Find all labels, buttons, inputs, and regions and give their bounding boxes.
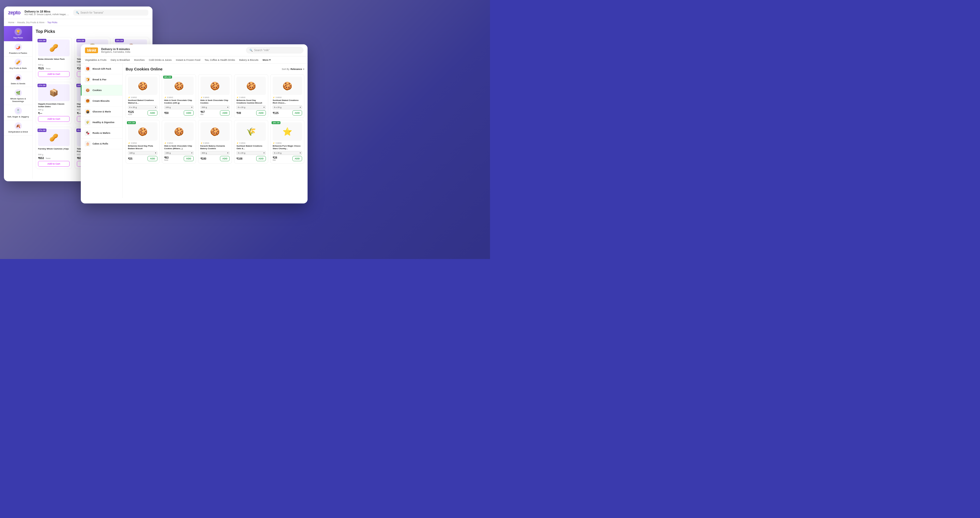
- blinkit-sidebar-bread[interactable]: 🍞 Bread & Pav: [81, 74, 122, 85]
- blinkit-price-row: ₹28 ₹30 ADD: [273, 156, 302, 161]
- cookies-icon: 🍪: [85, 88, 91, 93]
- blinkit-sidebar-gift-pack[interactable]: 🎁 Biscuit Gift Pack: [81, 64, 122, 74]
- salt-icon: 🧂: [14, 107, 22, 115]
- sort-by-value: Relevance: [290, 68, 302, 70]
- blinkit-discount-badge: 18% Off: [272, 121, 280, 124]
- blinkit-weight-select[interactable]: 150 g ▾: [164, 151, 194, 155]
- blinkit-add-button[interactable]: ADD: [220, 110, 230, 116]
- blinkit-price: ₹49: [236, 112, 241, 115]
- blinkit-main-content: Buy Cookies Online Sort By Relevance ▾ 🍪…: [123, 64, 307, 198]
- sort-by-control[interactable]: Sort By Relevance ▾: [282, 68, 304, 70]
- blinkit-product-card: 🍪 ⚡ 9 MINS Hide & Seek Chocolate Chip Co…: [198, 74, 232, 118]
- blinkit-add-button[interactable]: ADD: [256, 110, 266, 116]
- blinkit-search-bar[interactable]: 🔍 Search "milk": [246, 47, 303, 53]
- blinkit-product-image: 🍪: [128, 122, 158, 140]
- sidebar-item-dehydrated[interactable]: 🍂 Dehydrated & Dried: [4, 120, 32, 135]
- blinkit-weight-select[interactable]: 6 x 20 g ▾: [273, 105, 302, 109]
- blinkit-product-name: Britannia Good Day Pista Badam Biscuit: [128, 145, 158, 150]
- blinkit-add-button[interactable]: ADD: [184, 110, 194, 116]
- blinkit-add-button[interactable]: ADD: [184, 156, 194, 161]
- sidebar-item-salt[interactable]: 🧂 Salt, Sugar & Jaggery: [4, 105, 32, 121]
- chevron-down-icon: ▾: [227, 152, 228, 154]
- weight-value: 150 g: [165, 152, 171, 154]
- blinkit-discount-badge: 38% Off: [163, 76, 172, 78]
- sidebar-item-spices[interactable]: 🌿 Whole Spices & Seasonings: [4, 87, 32, 105]
- blinkit-add-button[interactable]: ADD: [220, 156, 230, 161]
- blinkit-weight-select[interactable]: 200 g ▾: [200, 105, 230, 109]
- blinkit-header: blinkit Delivery in 9 minutes Bengaluru,…: [81, 45, 307, 56]
- weight-value: 6 x 20 g: [129, 106, 137, 108]
- blinkit-weight-select[interactable]: 100 g ▾: [164, 105, 194, 109]
- blinkit-weight-select[interactable]: 6 x 20 g ▾: [236, 105, 266, 109]
- sidebar-item-dates[interactable]: 🌰 Dates & Seeds: [4, 72, 32, 88]
- sidebar-item-top-picks[interactable]: 🏆 Top Picks: [4, 26, 32, 41]
- blinkit-add-button[interactable]: ADD: [148, 110, 158, 116]
- zepto-address: KG Hall, D' Souza Layout, Ashok Nagar, .…: [24, 13, 69, 16]
- nav-munchies[interactable]: Munchies: [134, 58, 145, 62]
- breadcrumb-category[interactable]: Masala, Dry Fruits & More: [17, 21, 45, 24]
- blinkit-sidebar-cream-biscuits[interactable]: 🥮 Cream Biscuits: [81, 96, 122, 107]
- add-to-cart-button[interactable]: Add to Cart: [38, 116, 70, 122]
- nav-bakery[interactable]: Bakery & Biscuits: [239, 58, 259, 62]
- top-picks-icon: 🏆: [14, 28, 22, 35]
- breadcrumb-sep-2: ›: [46, 21, 46, 24]
- nav-tea[interactable]: Tea, Coffee & Health Drinks: [205, 58, 235, 62]
- discount-badge: 21% Off: [38, 39, 46, 42]
- blinkit-product-image: 🍪: [128, 77, 158, 95]
- sidebar-item-powders[interactable]: 🌶️ Powders & Pastes: [4, 41, 32, 57]
- blinkit-add-button[interactable]: ADD: [293, 110, 302, 116]
- blinkit-sidebar-healthy[interactable]: 🌾 Healthy & Digestive: [81, 117, 122, 128]
- blinkit-weight-select[interactable]: 6 x 20 g ▾: [236, 151, 266, 155]
- discount-badge: 27% Off: [38, 84, 46, 87]
- zepto-search-bar[interactable]: 🔍 Search for "banana": [73, 10, 148, 16]
- add-to-cart-button[interactable]: Add to Cart: [38, 71, 70, 77]
- blinkit-nav: Vegetables & Fruits Dairy & Breakfast Mu…: [81, 56, 307, 64]
- blinkit-product-image: 🍪: [273, 77, 302, 95]
- add-to-cart-button[interactable]: Add to Cart: [38, 161, 70, 167]
- zepto-delivery-title: Delivery in 18 Mins: [24, 10, 69, 13]
- blinkit-add-button[interactable]: ADD: [293, 156, 302, 161]
- blinkit-price: ₹47: [200, 111, 205, 113]
- blinkit-weight-select[interactable]: 100 g ▾: [128, 151, 158, 155]
- sidebar-item-dry-fruits[interactable]: 🥜 Dry Fruits & Nuts: [4, 57, 32, 72]
- chevron-down-icon: ▾: [300, 152, 301, 154]
- blinkit-sidebar-rusks[interactable]: 🍫 Rusks & Wafers: [81, 128, 122, 139]
- blinkit-product-card: 🌾 ⚡ 9 MINS Sunfeast Baked Creations Oats…: [234, 120, 268, 164]
- blinkit-sidebar-cookies[interactable]: 🍪 Cookies: [81, 85, 122, 96]
- blinkit-product-image: 🍪: [200, 77, 230, 95]
- nav-dairy[interactable]: Dairy & Breakfast: [110, 58, 130, 62]
- zepto-product-card: 27% Off 🥜 Farmley Whole Cashews | Kaju 5…: [36, 127, 72, 169]
- search-icon: 🔍: [76, 11, 79, 14]
- blinkit-sidebar-glucose[interactable]: 🍘 Glucose & Marie: [81, 107, 122, 117]
- blinkit-sidebar-cakes[interactable]: 🎂 Cakes & Rolls: [81, 139, 122, 149]
- blinkit-delivery-info: Delivery in 9 minutes Bengaluru, Karnata…: [101, 48, 130, 53]
- chevron-down-icon: ▾: [191, 106, 192, 108]
- blinkit-section-header: Buy Cookies Online Sort By Relevance ▾: [126, 67, 304, 71]
- blinkit-weight-select[interactable]: 400 g ▾: [200, 151, 230, 155]
- blinkit-weight-select[interactable]: 6 x 20 g ▾: [128, 105, 158, 109]
- cream-biscuits-icon: 🥮: [85, 98, 91, 104]
- blinkit-product-image: ⭐: [273, 122, 302, 140]
- product-price: ₹525 ₹599: [38, 67, 70, 70]
- nav-vegetables[interactable]: Vegetables & Fruits: [85, 58, 107, 62]
- sidebar-label-dehydrated: Dehydrated & Dried: [8, 131, 28, 133]
- breadcrumb-home[interactable]: Home: [8, 21, 14, 24]
- blinkit-product-image: 🍪: [164, 122, 194, 140]
- blinkit-eta: ⚡ 9 MINS: [164, 142, 194, 144]
- blinkit-add-button[interactable]: ADD: [256, 156, 266, 161]
- blinkit-product-name: Britannia Pure Magic Choco Stars Chunky.…: [273, 145, 302, 150]
- chevron-down-icon: ▾: [155, 106, 156, 108]
- blinkit-original-price: ₹100: [164, 159, 169, 161]
- blinkit-add-button[interactable]: ADD: [148, 156, 158, 161]
- blinkit-price-info: ₹108: [236, 157, 242, 160]
- blinkit-product-name: Britannia Good Day Creations Cashew Bisc…: [236, 99, 266, 105]
- blinkit-product-card: 🍪 ⚡ 9 MINS Karachi Bakery Osmania Bakery…: [198, 120, 232, 164]
- blinkit-weight-select[interactable]: 6 x 20 g ▾: [273, 151, 302, 155]
- blinkit-label-bread: Bread & Pav: [92, 78, 107, 81]
- zepto-section-title: Top Picks: [36, 29, 150, 34]
- nav-more[interactable]: More ▾: [263, 58, 270, 62]
- blinkit-address: Bengaluru, Karnataka, India: [101, 51, 130, 53]
- nav-frozen[interactable]: Instant & Frozen Food: [176, 58, 200, 62]
- blinkit-section-title: Buy Cookies Online: [126, 67, 163, 71]
- nav-cold-drinks[interactable]: Cold Drinks & Juices: [149, 58, 172, 62]
